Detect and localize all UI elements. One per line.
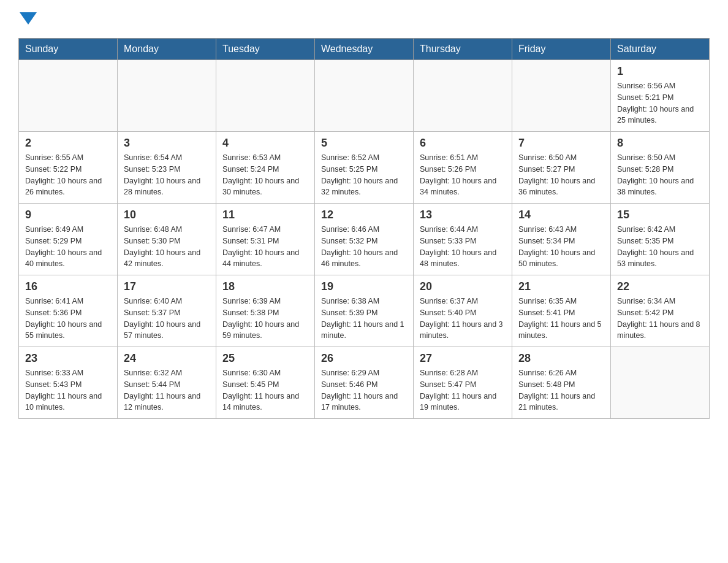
day-number: 5 <box>321 137 407 150</box>
day-info: Sunrise: 6:50 AM Sunset: 5:28 PM Dayligh… <box>617 152 703 198</box>
page-header <box>18 12 710 26</box>
calendar-cell: 19Sunrise: 6:38 AM Sunset: 5:39 PM Dayli… <box>315 275 414 347</box>
day-number: 10 <box>124 209 210 221</box>
week-row-3: 16Sunrise: 6:41 AM Sunset: 5:36 PM Dayli… <box>19 275 710 347</box>
day-info: Sunrise: 6:26 AM Sunset: 5:48 PM Dayligh… <box>518 367 604 413</box>
day-number: 19 <box>321 280 407 293</box>
calendar-cell: 6Sunrise: 6:51 AM Sunset: 5:26 PM Daylig… <box>414 132 512 204</box>
day-number: 24 <box>124 352 210 365</box>
calendar-cell: 20Sunrise: 6:37 AM Sunset: 5:40 PM Dayli… <box>414 275 512 347</box>
day-info: Sunrise: 6:30 AM Sunset: 5:45 PM Dayligh… <box>222 367 308 413</box>
day-info: Sunrise: 6:32 AM Sunset: 5:44 PM Dayligh… <box>124 367 210 413</box>
calendar-cell: 7Sunrise: 6:50 AM Sunset: 5:27 PM Daylig… <box>512 132 611 204</box>
day-number: 27 <box>420 352 506 365</box>
day-number: 20 <box>420 280 506 293</box>
calendar-cell: 28Sunrise: 6:26 AM Sunset: 5:48 PM Dayli… <box>512 347 611 419</box>
day-number: 17 <box>124 280 210 293</box>
day-info: Sunrise: 6:49 AM Sunset: 5:29 PM Dayligh… <box>25 224 111 270</box>
day-info: Sunrise: 6:39 AM Sunset: 5:38 PM Dayligh… <box>222 296 308 342</box>
day-number: 26 <box>321 352 407 365</box>
calendar-cell: 2Sunrise: 6:55 AM Sunset: 5:22 PM Daylig… <box>19 132 118 204</box>
day-number: 8 <box>617 137 703 150</box>
day-info: Sunrise: 6:44 AM Sunset: 5:33 PM Dayligh… <box>420 224 506 270</box>
day-info: Sunrise: 6:50 AM Sunset: 5:27 PM Dayligh… <box>518 152 604 198</box>
day-info: Sunrise: 6:54 AM Sunset: 5:23 PM Dayligh… <box>124 152 210 198</box>
calendar-cell: 3Sunrise: 6:54 AM Sunset: 5:23 PM Daylig… <box>118 132 216 204</box>
weekday-header-tuesday: Tuesday <box>216 39 315 60</box>
day-number: 7 <box>518 137 604 150</box>
day-number: 1 <box>617 65 703 78</box>
day-number: 14 <box>518 209 604 221</box>
week-row-1: 2Sunrise: 6:55 AM Sunset: 5:22 PM Daylig… <box>19 132 710 204</box>
calendar-cell: 5Sunrise: 6:52 AM Sunset: 5:25 PM Daylig… <box>315 132 414 204</box>
logo <box>18 12 37 26</box>
calendar-cell: 4Sunrise: 6:53 AM Sunset: 5:24 PM Daylig… <box>216 132 315 204</box>
day-info: Sunrise: 6:53 AM Sunset: 5:24 PM Dayligh… <box>222 152 308 198</box>
day-number: 25 <box>222 352 308 365</box>
calendar-cell: 16Sunrise: 6:41 AM Sunset: 5:36 PM Dayli… <box>19 275 118 347</box>
day-number: 16 <box>25 280 111 293</box>
weekday-header-wednesday: Wednesday <box>315 39 414 60</box>
calendar-cell: 15Sunrise: 6:42 AM Sunset: 5:35 PM Dayli… <box>611 204 710 275</box>
day-number: 9 <box>25 209 111 221</box>
day-info: Sunrise: 6:37 AM Sunset: 5:40 PM Dayligh… <box>420 296 506 342</box>
calendar-cell <box>118 60 216 132</box>
calendar-cell: 23Sunrise: 6:33 AM Sunset: 5:43 PM Dayli… <box>19 347 118 419</box>
day-number: 13 <box>420 209 506 221</box>
calendar-cell: 24Sunrise: 6:32 AM Sunset: 5:44 PM Dayli… <box>118 347 216 419</box>
day-info: Sunrise: 6:55 AM Sunset: 5:22 PM Dayligh… <box>25 152 111 198</box>
calendar-cell <box>19 60 118 132</box>
day-number: 23 <box>25 352 111 365</box>
calendar-cell: 25Sunrise: 6:30 AM Sunset: 5:45 PM Dayli… <box>216 347 315 419</box>
weekday-header-friday: Friday <box>512 39 611 60</box>
calendar-table: SundayMondayTuesdayWednesdayThursdayFrid… <box>18 38 710 419</box>
day-info: Sunrise: 6:41 AM Sunset: 5:36 PM Dayligh… <box>25 296 111 342</box>
calendar-cell <box>315 60 414 132</box>
day-number: 28 <box>518 352 604 365</box>
weekday-header-sunday: Sunday <box>19 39 118 60</box>
calendar-cell: 21Sunrise: 6:35 AM Sunset: 5:41 PM Dayli… <box>512 275 611 347</box>
week-row-0: 1Sunrise: 6:56 AM Sunset: 5:21 PM Daylig… <box>19 60 710 132</box>
calendar-cell: 27Sunrise: 6:28 AM Sunset: 5:47 PM Dayli… <box>414 347 512 419</box>
day-number: 15 <box>617 209 703 221</box>
calendar-cell: 10Sunrise: 6:48 AM Sunset: 5:30 PM Dayli… <box>118 204 216 275</box>
day-info: Sunrise: 6:43 AM Sunset: 5:34 PM Dayligh… <box>518 224 604 270</box>
day-info: Sunrise: 6:56 AM Sunset: 5:21 PM Dayligh… <box>617 80 703 126</box>
day-info: Sunrise: 6:35 AM Sunset: 5:41 PM Dayligh… <box>518 296 604 342</box>
calendar-cell: 1Sunrise: 6:56 AM Sunset: 5:21 PM Daylig… <box>611 60 710 132</box>
day-number: 21 <box>518 280 604 293</box>
day-info: Sunrise: 6:48 AM Sunset: 5:30 PM Dayligh… <box>124 224 210 270</box>
week-row-2: 9Sunrise: 6:49 AM Sunset: 5:29 PM Daylig… <box>19 204 710 275</box>
day-number: 11 <box>222 209 308 221</box>
day-number: 18 <box>222 280 308 293</box>
calendar-cell: 11Sunrise: 6:47 AM Sunset: 5:31 PM Dayli… <box>216 204 315 275</box>
calendar-cell: 8Sunrise: 6:50 AM Sunset: 5:28 PM Daylig… <box>611 132 710 204</box>
day-info: Sunrise: 6:33 AM Sunset: 5:43 PM Dayligh… <box>25 367 111 413</box>
day-number: 3 <box>124 137 210 150</box>
day-number: 2 <box>25 137 111 150</box>
day-number: 12 <box>321 209 407 221</box>
day-info: Sunrise: 6:34 AM Sunset: 5:42 PM Dayligh… <box>617 296 703 342</box>
day-info: Sunrise: 6:51 AM Sunset: 5:26 PM Dayligh… <box>420 152 506 198</box>
calendar-cell: 17Sunrise: 6:40 AM Sunset: 5:37 PM Dayli… <box>118 275 216 347</box>
day-info: Sunrise: 6:38 AM Sunset: 5:39 PM Dayligh… <box>321 296 407 342</box>
calendar-cell <box>216 60 315 132</box>
calendar-cell: 14Sunrise: 6:43 AM Sunset: 5:34 PM Dayli… <box>512 204 611 275</box>
calendar-cell <box>512 60 611 132</box>
calendar-cell: 13Sunrise: 6:44 AM Sunset: 5:33 PM Dayli… <box>414 204 512 275</box>
weekday-header-thursday: Thursday <box>414 39 512 60</box>
day-info: Sunrise: 6:29 AM Sunset: 5:46 PM Dayligh… <box>321 367 407 413</box>
day-number: 6 <box>420 137 506 150</box>
day-number: 22 <box>617 280 703 293</box>
calendar-cell <box>414 60 512 132</box>
calendar-cell: 12Sunrise: 6:46 AM Sunset: 5:32 PM Dayli… <box>315 204 414 275</box>
calendar-cell: 26Sunrise: 6:29 AM Sunset: 5:46 PM Dayli… <box>315 347 414 419</box>
day-info: Sunrise: 6:47 AM Sunset: 5:31 PM Dayligh… <box>222 224 308 270</box>
logo-triangle-icon <box>20 12 37 25</box>
day-info: Sunrise: 6:42 AM Sunset: 5:35 PM Dayligh… <box>617 224 703 270</box>
week-row-4: 23Sunrise: 6:33 AM Sunset: 5:43 PM Dayli… <box>19 347 710 419</box>
day-info: Sunrise: 6:46 AM Sunset: 5:32 PM Dayligh… <box>321 224 407 270</box>
calendar-cell: 9Sunrise: 6:49 AM Sunset: 5:29 PM Daylig… <box>19 204 118 275</box>
calendar-cell: 18Sunrise: 6:39 AM Sunset: 5:38 PM Dayli… <box>216 275 315 347</box>
calendar-cell <box>611 347 710 419</box>
